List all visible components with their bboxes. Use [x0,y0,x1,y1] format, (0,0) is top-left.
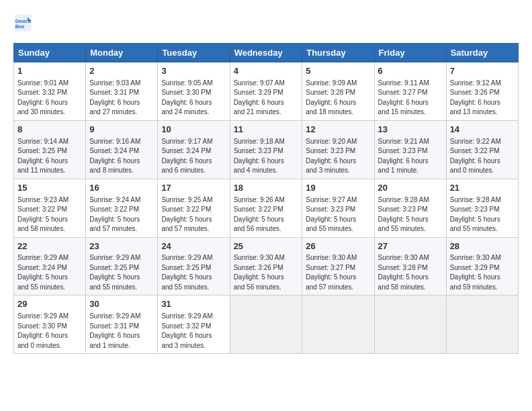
col-header-friday: Friday [374,44,446,62]
calendar-cell [374,295,446,354]
calendar-cell [230,295,302,354]
calendar-cell: 18Sunrise: 9:26 AMSunset: 3:22 PMDayligh… [230,179,302,237]
logo: General Blue [13,13,35,32]
day-info: Sunrise: 9:28 AMSunset: 3:23 PMDaylight:… [378,195,443,234]
day-info: Sunrise: 9:14 AMSunset: 3:25 PMDaylight:… [17,137,82,176]
calendar-cell: 30Sunrise: 9:29 AMSunset: 3:31 PMDayligh… [86,295,158,354]
calendar-cell: 28Sunrise: 9:30 AMSunset: 3:29 PMDayligh… [446,237,518,295]
day-info: Sunrise: 9:05 AMSunset: 3:30 PMDaylight:… [161,79,226,118]
day-number: 30 [89,298,154,311]
day-number: 2 [89,65,154,78]
day-info: Sunrise: 9:01 AMSunset: 3:32 PMDaylight:… [17,79,82,118]
col-header-tuesday: Tuesday [158,44,230,62]
calendar-cell [446,295,518,354]
day-info: Sunrise: 9:29 AMSunset: 3:24 PMDaylight:… [17,253,82,292]
calendar-cell: 4Sunrise: 9:07 AMSunset: 3:29 PMDaylight… [230,62,302,121]
calendar-table: SundayMondayTuesdayWednesdayThursdayFrid… [13,43,519,354]
calendar-week-4: 22Sunrise: 9:29 AMSunset: 3:24 PMDayligh… [14,237,519,295]
day-number: 1 [17,65,82,78]
calendar-cell: 7Sunrise: 9:12 AMSunset: 3:26 PMDaylight… [446,62,518,121]
day-number: 11 [234,124,299,136]
day-info: Sunrise: 9:24 AMSunset: 3:22 PMDaylight:… [89,195,154,234]
calendar-cell: 23Sunrise: 9:29 AMSunset: 3:25 PMDayligh… [86,237,158,295]
day-number: 9 [89,124,154,136]
day-number: 26 [306,240,370,253]
calendar-cell: 6Sunrise: 9:11 AMSunset: 3:27 PMDaylight… [374,62,446,121]
day-number: 24 [161,240,226,253]
day-number: 18 [234,182,299,195]
calendar-cell: 29Sunrise: 9:29 AMSunset: 3:30 PMDayligh… [14,295,86,354]
col-header-saturday: Saturday [446,44,518,62]
day-number: 4 [234,65,299,78]
day-info: Sunrise: 9:30 AMSunset: 3:28 PMDaylight:… [378,253,443,292]
calendar-cell: 19Sunrise: 9:27 AMSunset: 3:23 PMDayligh… [302,179,374,237]
day-info: Sunrise: 9:12 AMSunset: 3:26 PMDaylight:… [450,79,515,118]
day-number: 31 [161,298,226,311]
calendar-cell: 24Sunrise: 9:29 AMSunset: 3:25 PMDayligh… [158,237,230,295]
day-number: 5 [306,65,370,78]
day-info: Sunrise: 9:22 AMSunset: 3:22 PMDaylight:… [450,137,515,176]
calendar-cell: 14Sunrise: 9:22 AMSunset: 3:22 PMDayligh… [446,120,518,179]
calendar-cell: 31Sunrise: 9:29 AMSunset: 3:32 PMDayligh… [158,295,230,354]
day-number: 22 [17,240,82,253]
svg-text:Blue: Blue [15,24,25,29]
calendar-week-3: 15Sunrise: 9:23 AMSunset: 3:22 PMDayligh… [14,179,519,237]
calendar-cell: 20Sunrise: 9:28 AMSunset: 3:23 PMDayligh… [374,179,446,237]
day-info: Sunrise: 9:29 AMSunset: 3:31 PMDaylight:… [89,312,154,351]
day-info: Sunrise: 9:29 AMSunset: 3:25 PMDaylight:… [161,253,226,292]
calendar-week-5: 29Sunrise: 9:29 AMSunset: 3:30 PMDayligh… [14,295,519,354]
day-number: 12 [306,124,370,136]
day-info: Sunrise: 9:21 AMSunset: 3:23 PMDaylight:… [378,137,443,176]
page-header: General Blue [13,13,519,32]
day-info: Sunrise: 9:23 AMSunset: 3:22 PMDaylight:… [17,195,82,234]
day-info: Sunrise: 9:28 AMSunset: 3:23 PMDaylight:… [450,195,515,234]
col-header-wednesday: Wednesday [230,44,302,62]
calendar-cell: 26Sunrise: 9:30 AMSunset: 3:27 PMDayligh… [302,237,374,295]
calendar-cell: 25Sunrise: 9:30 AMSunset: 3:26 PMDayligh… [230,237,302,295]
calendar-cell: 17Sunrise: 9:25 AMSunset: 3:22 PMDayligh… [158,179,230,237]
day-info: Sunrise: 9:25 AMSunset: 3:22 PMDaylight:… [161,195,226,234]
calendar-cell: 3Sunrise: 9:05 AMSunset: 3:30 PMDaylight… [158,62,230,121]
day-number: 27 [378,240,443,253]
day-number: 20 [378,182,443,195]
day-number: 19 [306,182,370,195]
day-info: Sunrise: 9:16 AMSunset: 3:24 PMDaylight:… [89,137,154,176]
day-info: Sunrise: 9:29 AMSunset: 3:32 PMDaylight:… [161,312,226,351]
calendar-cell: 5Sunrise: 9:09 AMSunset: 3:28 PMDaylight… [302,62,374,121]
logo-icon: General Blue [13,13,32,32]
day-info: Sunrise: 9:26 AMSunset: 3:22 PMDaylight:… [234,195,299,234]
day-info: Sunrise: 9:20 AMSunset: 3:23 PMDaylight:… [306,137,370,176]
day-number: 10 [161,124,226,136]
calendar-week-1: 1Sunrise: 9:01 AMSunset: 3:32 PMDaylight… [14,62,519,121]
calendar-header-row: SundayMondayTuesdayWednesdayThursdayFrid… [14,44,519,62]
calendar-cell: 1Sunrise: 9:01 AMSunset: 3:32 PMDaylight… [14,62,86,121]
day-info: Sunrise: 9:27 AMSunset: 3:23 PMDaylight:… [306,195,370,234]
day-number: 29 [17,298,82,311]
day-info: Sunrise: 9:03 AMSunset: 3:31 PMDaylight:… [89,79,154,118]
day-info: Sunrise: 9:09 AMSunset: 3:28 PMDaylight:… [306,79,370,118]
calendar-cell: 15Sunrise: 9:23 AMSunset: 3:22 PMDayligh… [14,179,86,237]
day-info: Sunrise: 9:11 AMSunset: 3:27 PMDaylight:… [378,79,443,118]
calendar-cell: 12Sunrise: 9:20 AMSunset: 3:23 PMDayligh… [302,120,374,179]
day-number: 14 [450,124,515,136]
calendar-week-2: 8Sunrise: 9:14 AMSunset: 3:25 PMDaylight… [14,120,519,179]
calendar-cell: 16Sunrise: 9:24 AMSunset: 3:22 PMDayligh… [86,179,158,237]
col-header-sunday: Sunday [14,44,86,62]
calendar-cell: 2Sunrise: 9:03 AMSunset: 3:31 PMDaylight… [86,62,158,121]
day-number: 25 [234,240,299,253]
day-info: Sunrise: 9:07 AMSunset: 3:29 PMDaylight:… [234,79,299,118]
calendar-cell [302,295,374,354]
day-number: 16 [89,182,154,195]
day-number: 6 [378,65,443,78]
calendar-cell: 11Sunrise: 9:18 AMSunset: 3:23 PMDayligh… [230,120,302,179]
day-number: 15 [17,182,82,195]
day-number: 17 [161,182,226,195]
day-info: Sunrise: 9:29 AMSunset: 3:30 PMDaylight:… [17,312,82,351]
day-number: 8 [17,124,82,136]
day-number: 3 [161,65,226,78]
day-number: 13 [378,124,443,136]
day-number: 21 [450,182,515,195]
day-number: 7 [450,65,515,78]
day-info: Sunrise: 9:30 AMSunset: 3:26 PMDaylight:… [234,253,299,292]
col-header-monday: Monday [86,44,158,62]
